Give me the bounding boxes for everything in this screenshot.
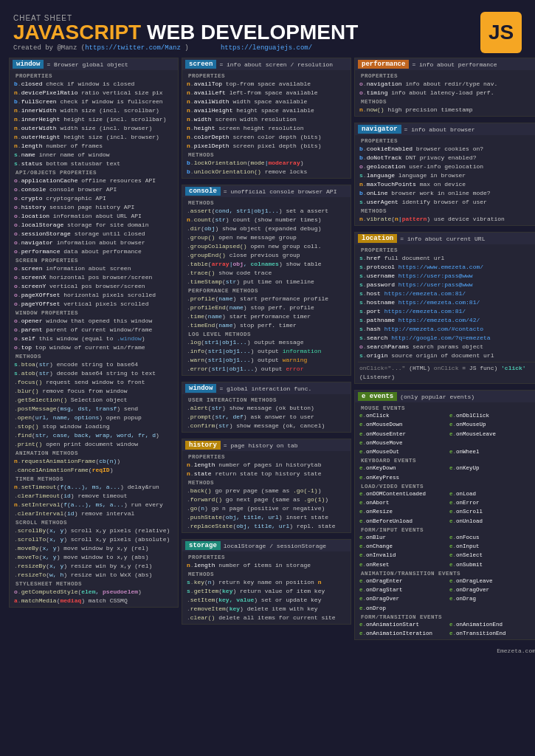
w-scrollBy: .scrollBy(x, y) scroll x,y pixels (relat… [13, 526, 175, 535]
w-requestAF: n.requestAnimationFrame(cb(n)) [13, 457, 175, 466]
performance-tag: performance [358, 60, 409, 69]
h-length: n.length number of pages in historytab [185, 461, 348, 470]
col-3: performance = info about performance PRO… [354, 58, 535, 656]
w-matchMedia: a.matchMedia(mediaq) match CSSMQ [13, 597, 175, 605]
screen-body: PROPERTIES n.availTop top-from space ava… [182, 70, 351, 178]
w-sessionStorage: o.sessionStorage storage until closed [13, 230, 175, 238]
ev-onDragStart: e.onDragStart [358, 586, 445, 594]
ev-onMouseMove: e.onMouseMove [358, 439, 445, 447]
history-tag: history [185, 441, 221, 450]
w-btoa: s.btoa(str) encode string to base64 [13, 360, 175, 369]
footer: Emezeta.com [354, 646, 535, 656]
loc-hash: s.hash http://emezeta.com/#contacto [358, 325, 535, 334]
log-methods-label: LOG LEVEL METHODS [185, 330, 348, 338]
mouse-events-grid: e.onClick e.onDblClick e.onMouseDown e.o… [358, 412, 535, 456]
user-interaction-label: USER INTERACTION METHODS [185, 396, 348, 404]
c-log: .log(str1|obj1...) output message [185, 338, 348, 347]
console-body: METHODS .assert(cond, str1|obj1...) set … [182, 197, 351, 375]
ev-onResize: e.onResize [358, 508, 445, 516]
w-parent: o.parent parent of current window/frame [13, 326, 175, 334]
p-navigation: o.navigation info about redir/type nav. [358, 80, 535, 89]
c-groupEnd: .groupEnd() close previous group [185, 251, 348, 260]
ev-onDrop: e.onDrop [358, 605, 445, 613]
window-body: PROPERTIES b.closed check if window is c… [10, 70, 178, 607]
c-timeEnd: .timeEnd(name) stop perf. timer [185, 321, 348, 330]
events-body: MOUSE EVENTS e.onClick e.onDblClick e.on… [355, 402, 535, 639]
history-props-label: PROPERTIES [185, 453, 348, 461]
anim-events-label: FORM/TRANSITION EVENTS [358, 613, 535, 621]
p-timing: o.timing info about latency-load perf. [358, 89, 535, 97]
w-focus: .focus() request send window to front [13, 378, 175, 387]
ev-onBlur: e.onBlur [358, 534, 445, 542]
w-setTimeout: n.setTimeout(f(a...), ms, a...) delay&ru… [13, 483, 175, 492]
h-back: .back() go prev page (same as .go(-1)) [185, 487, 348, 495]
location-panel: location = info about current URL PROPER… [354, 232, 535, 384]
header-meta: Created by @Manz (https://twitter.com/Ma… [13, 44, 358, 52]
window-global-desc: = global interaction func. [219, 385, 311, 392]
navigator-panel: navigator = info about browser PROPERTIE… [354, 123, 535, 226]
ev-onDragOver2: e.onDragOver [358, 595, 445, 603]
events-tag: e events [358, 392, 397, 401]
form-events-label: FORM/INPUT EVENTS [358, 526, 535, 534]
window-desc: = Browser global object [46, 61, 128, 68]
nav-maxTouchPoints: n.maxTouchPoints max on device [358, 180, 535, 189]
performance-desc: = info about performance [412, 61, 497, 68]
history-desc: = page history on tab [224, 442, 298, 449]
js-logo: JS [480, 12, 522, 53]
drag-events-label: ANIMATION/TRANSITION EVENTS [358, 569, 535, 577]
methods-label: METHODS [13, 352, 175, 360]
w-name: s.name inner name of window [13, 151, 175, 159]
ev-onDrag: e.onDrag [448, 595, 535, 603]
window-global-header: window = global interaction func. [182, 382, 351, 394]
nav-geolocation: o.geolocation user-info geolocation [358, 162, 535, 171]
keyboard-events-label: KEYBOARD EVENTS [358, 456, 535, 464]
form-events-grid: e.onBlur e.onFocus e.onChange e.onInput … [358, 534, 535, 569]
ev-onKeyPress: e.onKeyPress [358, 474, 445, 482]
w-opener: o.opener window that opened this window [13, 317, 175, 326]
window-props-label: WINDOW PROPERTIES [13, 309, 175, 317]
website-link[interactable]: https://lenguajejs.com/ [221, 44, 312, 52]
ev-onKeyUp: e.onKeyUp [448, 464, 535, 472]
stylesheet-methods-label: STYLESHEET METHODS [13, 580, 175, 588]
ev-onInput: e.onInput [448, 543, 535, 551]
w-pageXOffset: o.pageXOffset horizontal pixels scrolled [13, 291, 175, 300]
w-devicePixelRatio: n.devicePixelRatio ratio vertical size p… [13, 89, 175, 97]
history-body: PROPERTIES n.length number of pages in h… [182, 451, 351, 532]
window-panel: window = Browser global object PROPERTIE… [9, 58, 179, 608]
ev-onMouseLeave: e.onMouseLeave [448, 430, 535, 439]
drag-events-grid: e.onDragEnter e.onDragLeave e.onDragStar… [358, 577, 535, 613]
st-getItem: s.getItem(key) return value of item key [185, 587, 348, 596]
performance-body: PROPERTIES o.navigation info about redir… [355, 70, 535, 116]
page: CHEAT SHEET JAVASCRIPT WEB DEVELOPMENT C… [0, 0, 535, 662]
st-clear: .clear() delete all items for current si… [185, 614, 348, 622]
header: CHEAT SHEET JAVASCRIPT WEB DEVELOPMENT C… [6, 6, 529, 58]
w-scrollTo: .scrollTo(x, y) scroll x,y pixels (absol… [13, 535, 175, 544]
ev-onTransitionEnd: e.onTransitionEnd [448, 630, 535, 638]
ev-onDragEnter: e.onDragEnter [358, 577, 445, 585]
sc-availTop: n.availTop top-from space available [185, 80, 348, 89]
events-desc: (only popular events) [400, 394, 474, 400]
h-replaceState: .replaceState(obj, title, url) repl. sta… [185, 522, 348, 531]
w-status: s.status bottom statusbar text [13, 159, 175, 168]
nav-onLine: b.onLine browser work in online mode? [358, 189, 535, 198]
w-print: .print() open print document window [13, 440, 175, 449]
nav-doNotTrack: b.doNotTrack DNT privacy enabled? [358, 154, 535, 162]
h-forward: .forward() go next page (same as .go(1)) [185, 495, 348, 504]
ev-onError: e.onError [448, 499, 535, 507]
navigator-tag: navigator [358, 125, 401, 134]
sc-colorDepth: n.colorDepth screen color depth (bits) [185, 133, 348, 142]
w-length: n.length number of frames [13, 142, 175, 151]
w-moveBy: .moveBy(x, y) move window by x,y (rel) [13, 544, 175, 553]
navigator-header: navigator = info about browser [355, 123, 535, 135]
header-left: CHEAT SHEET JAVASCRIPT WEB DEVELOPMENT C… [13, 14, 358, 52]
history-panel: history = page history on tab PROPERTIES… [182, 439, 351, 533]
ev-onAbort: e.onAbort [358, 499, 445, 507]
loc-search: s.search http://google.com/?q=emezeta [358, 334, 535, 343]
ev-onAnimationIteration: e.onAnimationIteration [358, 630, 445, 638]
twitter-link[interactable]: https://twitter.com/Manz [85, 44, 181, 52]
screen-props-label: SCREEN PROPERTIES [13, 256, 175, 264]
w-screenX: o.screenX horizontal pos browser/screen [13, 273, 175, 282]
sc-height: n.height screen height resolution [185, 124, 348, 133]
storage-props-label: PROPERTIES [185, 553, 348, 561]
loc-props-label: PROPERTIES [358, 246, 535, 254]
